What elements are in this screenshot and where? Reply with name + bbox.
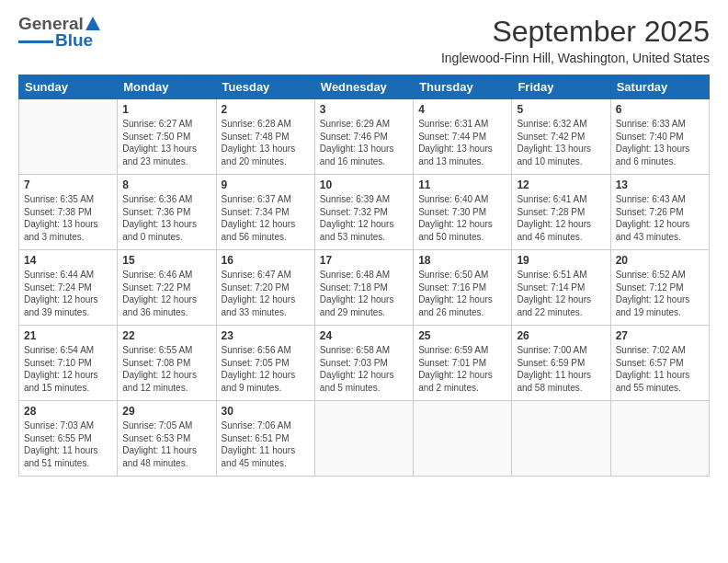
calendar-cell: 9Sunrise: 6:37 AM Sunset: 7:34 PM Daylig… bbox=[216, 175, 314, 250]
calendar-cell: 24Sunrise: 6:58 AM Sunset: 7:03 PM Dayli… bbox=[314, 326, 413, 401]
calendar-cell: 20Sunrise: 6:52 AM Sunset: 7:12 PM Dayli… bbox=[610, 250, 709, 326]
day-info: Sunrise: 6:40 AM Sunset: 7:30 PM Dayligh… bbox=[418, 193, 506, 243]
calendar-cell: 1Sunrise: 6:27 AM Sunset: 7:50 PM Daylig… bbox=[118, 99, 216, 175]
day-number: 5 bbox=[517, 103, 605, 116]
calendar-cell: 14Sunrise: 6:44 AM Sunset: 7:24 PM Dayli… bbox=[19, 250, 118, 326]
day-info: Sunrise: 6:33 AM Sunset: 7:40 PM Dayligh… bbox=[616, 118, 704, 167]
calendar-cell: 12Sunrise: 6:41 AM Sunset: 7:28 PM Dayli… bbox=[512, 175, 610, 250]
day-number: 16 bbox=[222, 254, 310, 267]
day-number: 13 bbox=[616, 178, 704, 191]
calendar-day-header: Monday bbox=[118, 75, 216, 99]
page: General Blue September 2025 Inglewood-Fi… bbox=[0, 0, 728, 563]
day-info: Sunrise: 6:44 AM Sunset: 7:24 PM Dayligh… bbox=[24, 269, 112, 318]
day-number: 10 bbox=[320, 178, 408, 191]
day-info: Sunrise: 7:00 AM Sunset: 6:59 PM Dayligh… bbox=[517, 344, 605, 394]
day-number: 17 bbox=[320, 254, 408, 267]
day-info: Sunrise: 7:03 AM Sunset: 6:55 PM Dayligh… bbox=[24, 419, 112, 469]
calendar-cell: 21Sunrise: 6:54 AM Sunset: 7:10 PM Dayli… bbox=[19, 326, 118, 401]
calendar-cell bbox=[414, 401, 512, 477]
calendar-day-header: Friday bbox=[512, 75, 610, 99]
calendar-day-header: Thursday bbox=[414, 75, 512, 99]
calendar-cell: 22Sunrise: 6:55 AM Sunset: 7:08 PM Dayli… bbox=[118, 326, 216, 401]
day-number: 25 bbox=[418, 329, 506, 342]
calendar-cell: 18Sunrise: 6:50 AM Sunset: 7:16 PM Dayli… bbox=[414, 250, 512, 326]
calendar-day-header: Saturday bbox=[610, 75, 709, 99]
calendar-cell: 2Sunrise: 6:28 AM Sunset: 7:48 PM Daylig… bbox=[216, 99, 314, 175]
calendar-cell: 7Sunrise: 6:35 AM Sunset: 7:38 PM Daylig… bbox=[19, 175, 118, 250]
calendar-day-header: Wednesday bbox=[314, 75, 413, 99]
day-info: Sunrise: 6:46 AM Sunset: 7:22 PM Dayligh… bbox=[122, 269, 210, 318]
calendar-cell: 26Sunrise: 7:00 AM Sunset: 6:59 PM Dayli… bbox=[512, 326, 610, 401]
day-info: Sunrise: 6:52 AM Sunset: 7:12 PM Dayligh… bbox=[616, 269, 704, 318]
day-number: 27 bbox=[616, 329, 704, 342]
logo: General Blue bbox=[18, 15, 102, 51]
calendar-cell: 4Sunrise: 6:31 AM Sunset: 7:44 PM Daylig… bbox=[414, 99, 512, 175]
calendar-cell bbox=[610, 401, 709, 477]
day-info: Sunrise: 6:35 AM Sunset: 7:38 PM Dayligh… bbox=[24, 193, 112, 243]
calendar-cell: 25Sunrise: 6:59 AM Sunset: 7:01 PM Dayli… bbox=[414, 326, 512, 401]
day-number: 18 bbox=[418, 254, 506, 267]
calendar-cell bbox=[512, 401, 610, 477]
calendar-day-header: Tuesday bbox=[216, 75, 314, 99]
day-number: 9 bbox=[222, 178, 310, 191]
day-number: 19 bbox=[517, 254, 605, 267]
calendar-table: SundayMondayTuesdayWednesdayThursdayFrid… bbox=[18, 75, 710, 477]
day-info: Sunrise: 6:28 AM Sunset: 7:48 PM Dayligh… bbox=[222, 118, 310, 167]
day-number: 8 bbox=[122, 178, 210, 191]
calendar-cell bbox=[19, 99, 118, 175]
header: General Blue September 2025 Inglewood-Fi… bbox=[18, 15, 710, 65]
day-info: Sunrise: 6:39 AM Sunset: 7:32 PM Dayligh… bbox=[320, 193, 408, 243]
day-number: 28 bbox=[24, 405, 112, 418]
day-number: 4 bbox=[418, 103, 506, 116]
day-number: 22 bbox=[122, 329, 210, 342]
calendar-cell: 29Sunrise: 7:05 AM Sunset: 6:53 PM Dayli… bbox=[118, 401, 216, 477]
day-info: Sunrise: 7:05 AM Sunset: 6:53 PM Dayligh… bbox=[122, 419, 210, 469]
day-number: 2 bbox=[222, 103, 310, 116]
day-info: Sunrise: 6:51 AM Sunset: 7:14 PM Dayligh… bbox=[517, 269, 605, 318]
day-info: Sunrise: 6:55 AM Sunset: 7:08 PM Dayligh… bbox=[122, 344, 210, 394]
day-info: Sunrise: 6:59 AM Sunset: 7:01 PM Dayligh… bbox=[418, 344, 506, 394]
calendar-cell: 15Sunrise: 6:46 AM Sunset: 7:22 PM Dayli… bbox=[118, 250, 216, 326]
day-number: 20 bbox=[616, 254, 704, 267]
day-info: Sunrise: 6:37 AM Sunset: 7:34 PM Dayligh… bbox=[222, 193, 310, 243]
day-number: 29 bbox=[122, 405, 210, 418]
day-info: Sunrise: 6:54 AM Sunset: 7:10 PM Dayligh… bbox=[24, 344, 112, 394]
day-info: Sunrise: 7:02 AM Sunset: 6:57 PM Dayligh… bbox=[616, 344, 704, 394]
day-number: 12 bbox=[517, 178, 605, 191]
day-info: Sunrise: 6:36 AM Sunset: 7:36 PM Dayligh… bbox=[122, 193, 210, 243]
calendar-week-row: 21Sunrise: 6:54 AM Sunset: 7:10 PM Dayli… bbox=[19, 326, 710, 401]
day-number: 30 bbox=[222, 405, 310, 418]
calendar-cell: 19Sunrise: 6:51 AM Sunset: 7:14 PM Dayli… bbox=[512, 250, 610, 326]
logo-triangle-icon bbox=[85, 16, 101, 32]
calendar-cell: 27Sunrise: 7:02 AM Sunset: 6:57 PM Dayli… bbox=[610, 326, 709, 401]
day-info: Sunrise: 6:43 AM Sunset: 7:26 PM Dayligh… bbox=[616, 193, 704, 243]
day-number: 21 bbox=[24, 329, 112, 342]
title-block: September 2025 Inglewood-Finn Hill, Wash… bbox=[441, 15, 710, 65]
calendar-day-header: Sunday bbox=[19, 75, 118, 99]
calendar-cell: 11Sunrise: 6:40 AM Sunset: 7:30 PM Dayli… bbox=[414, 175, 512, 250]
day-info: Sunrise: 6:48 AM Sunset: 7:18 PM Dayligh… bbox=[320, 269, 408, 318]
calendar-cell bbox=[314, 401, 413, 477]
logo-blue-text: Blue bbox=[55, 30, 93, 51]
calendar-cell: 10Sunrise: 6:39 AM Sunset: 7:32 PM Dayli… bbox=[314, 175, 413, 250]
calendar-week-row: 7Sunrise: 6:35 AM Sunset: 7:38 PM Daylig… bbox=[19, 175, 710, 250]
calendar-cell: 13Sunrise: 6:43 AM Sunset: 7:26 PM Dayli… bbox=[610, 175, 709, 250]
location: Inglewood-Finn Hill, Washington, United … bbox=[441, 51, 710, 65]
day-info: Sunrise: 6:29 AM Sunset: 7:46 PM Dayligh… bbox=[320, 118, 408, 167]
calendar-cell: 6Sunrise: 6:33 AM Sunset: 7:40 PM Daylig… bbox=[610, 99, 709, 175]
day-number: 1 bbox=[122, 103, 210, 116]
day-number: 3 bbox=[320, 103, 408, 116]
calendar-cell: 3Sunrise: 6:29 AM Sunset: 7:46 PM Daylig… bbox=[314, 99, 413, 175]
day-number: 23 bbox=[222, 329, 310, 342]
calendar-cell: 30Sunrise: 7:06 AM Sunset: 6:51 PM Dayli… bbox=[216, 401, 314, 477]
calendar-cell: 5Sunrise: 6:32 AM Sunset: 7:42 PM Daylig… bbox=[512, 99, 610, 175]
calendar-cell: 28Sunrise: 7:03 AM Sunset: 6:55 PM Dayli… bbox=[19, 401, 118, 477]
calendar-cell: 23Sunrise: 6:56 AM Sunset: 7:05 PM Dayli… bbox=[216, 326, 314, 401]
day-info: Sunrise: 6:58 AM Sunset: 7:03 PM Dayligh… bbox=[320, 344, 408, 394]
day-number: 11 bbox=[418, 178, 506, 191]
day-info: Sunrise: 6:56 AM Sunset: 7:05 PM Dayligh… bbox=[222, 344, 310, 394]
day-number: 15 bbox=[122, 254, 210, 267]
day-info: Sunrise: 6:41 AM Sunset: 7:28 PM Dayligh… bbox=[517, 193, 605, 243]
calendar-header-row: SundayMondayTuesdayWednesdayThursdayFrid… bbox=[19, 75, 710, 99]
day-info: Sunrise: 6:27 AM Sunset: 7:50 PM Dayligh… bbox=[122, 118, 210, 167]
